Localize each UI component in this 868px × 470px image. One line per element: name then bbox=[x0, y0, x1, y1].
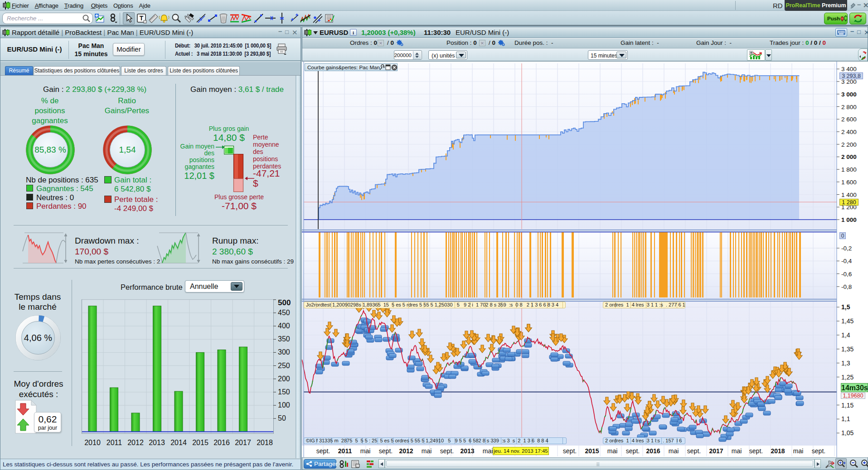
svg-text:400: 400 bbox=[278, 322, 290, 330]
svg-text:-0,4: -0,4 bbox=[841, 258, 852, 264]
svg-text:T: T bbox=[140, 14, 144, 22]
svg-text:1,15: 1,15 bbox=[841, 402, 853, 409]
svg-text:1 800: 1 800 bbox=[841, 166, 857, 173]
svg-text:100: 100 bbox=[278, 401, 290, 409]
svg-text:-0,6: -0,6 bbox=[841, 271, 852, 278]
svg-text:2 400: 2 400 bbox=[841, 129, 857, 135]
svg-text:1,1: 1,1 bbox=[841, 415, 850, 422]
svg-text:150: 150 bbox=[278, 388, 290, 396]
svg-text:300: 300 bbox=[278, 348, 290, 356]
svg-text:450: 450 bbox=[278, 309, 290, 317]
svg-text:3 000: 3 000 bbox=[841, 91, 857, 98]
svg-text:1 400: 1 400 bbox=[841, 192, 857, 198]
svg-text:3 200: 3 200 bbox=[841, 78, 857, 85]
svg-text:250: 250 bbox=[278, 362, 290, 369]
svg-text:1 000: 1 000 bbox=[841, 216, 857, 223]
svg-text:2 600: 2 600 bbox=[841, 116, 857, 123]
svg-text:4,06 %: 4,06 % bbox=[24, 333, 52, 343]
svg-text:2 800: 2 800 bbox=[841, 104, 857, 110]
svg-text:-0,2: -0,2 bbox=[841, 245, 852, 252]
svg-text:1,4: 1,4 bbox=[841, 331, 850, 339]
svg-text:2 000: 2 000 bbox=[841, 153, 857, 160]
svg-text:1,05: 1,05 bbox=[841, 429, 853, 436]
svg-text:500: 500 bbox=[278, 299, 291, 307]
svg-text:1,45: 1,45 bbox=[841, 317, 853, 325]
svg-text:2 200: 2 200 bbox=[841, 141, 857, 148]
svg-text:200: 200 bbox=[278, 375, 290, 383]
svg-text:1,5: 1,5 bbox=[841, 303, 850, 311]
svg-text:85,83 %: 85,83 % bbox=[34, 145, 66, 154]
svg-text:350: 350 bbox=[278, 335, 290, 343]
svg-text:1,35: 1,35 bbox=[841, 345, 853, 353]
svg-text:3 400: 3 400 bbox=[841, 66, 857, 72]
svg-text:1,3: 1,3 bbox=[841, 360, 850, 367]
svg-text:1 600: 1 600 bbox=[841, 179, 857, 186]
svg-text:50: 50 bbox=[278, 414, 286, 422]
svg-text:-0,8: -0,8 bbox=[841, 283, 852, 290]
svg-text:1,25: 1,25 bbox=[841, 374, 853, 381]
svg-text:1,54: 1,54 bbox=[119, 145, 136, 154]
